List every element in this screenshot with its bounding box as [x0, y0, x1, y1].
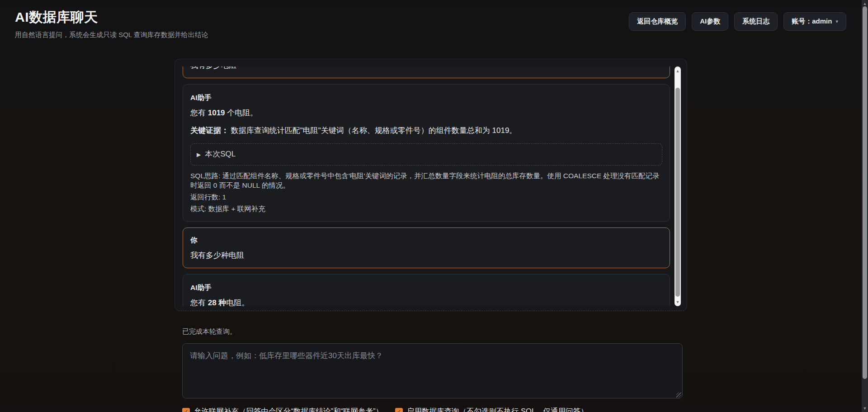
account-menu-button[interactable]: 账号：admin ▾ [783, 12, 846, 31]
evidence-text: 数据库查询统计匹配"电阻"关键词（名称、规格或零件号）的组件数量总和为 1019… [229, 126, 517, 135]
assistant-message: AI助手 您有 1019 个电阻。 关键证据： 数据库查询统计匹配"电阻"关键词… [183, 84, 670, 222]
back-to-warehouse-label: 返回仓库概览 [637, 17, 678, 26]
sql-rowcount-text: 返回行数: 1 [190, 192, 662, 202]
user-message: 我有多少电阻 [183, 66, 670, 78]
page-title: AI数据库聊天 [15, 8, 208, 27]
user-message-text: 我有多少种电阻 [190, 250, 662, 261]
answer-pre: 您有 [190, 109, 208, 117]
app-header: AI数据库聊天 用自然语言提问，系统会生成只读 SQL 查询库存数据并给出结论 … [0, 0, 862, 44]
composer-wrap [182, 336, 683, 400]
user-message-text: 我有多少电阻 [190, 66, 662, 71]
chat-column: 我有多少电阻 AI助手 您有 1019 个电阻。 关键证据： 数据库查询统计匹配… [175, 59, 687, 412]
sql-toggle-label: 本次SQL [205, 150, 236, 158]
user-role-label: 你 [190, 235, 662, 246]
assistant-role-label: AI助手 [190, 92, 662, 103]
answer-strong: 28 种 [208, 298, 226, 306]
assistant-answer: 您有 28 种电阻。 [190, 298, 662, 306]
scroll-down-icon[interactable]: ▼ [675, 298, 681, 306]
assistant-role-label: AI助手 [190, 282, 662, 293]
chat-scrollbar-thumb[interactable] [675, 88, 680, 297]
page-subtitle: 用自然语言提问，系统会生成只读 SQL 查询库存数据并给出结论 [15, 31, 208, 39]
answer-post: 个电阻。 [225, 109, 258, 117]
status-text: 已完成本轮查询。 [182, 327, 679, 336]
evidence-label: 关键证据： [190, 126, 229, 135]
header-actions: 返回仓库概览 AI参数 系统日志 账号：admin ▾ [629, 12, 846, 31]
header-left: AI数据库聊天 用自然语言提问，系统会生成只读 SQL 查询库存数据并给出结论 [15, 8, 208, 39]
answer-pre: 您有 [190, 298, 208, 306]
app-page: AI数据库聊天 用自然语言提问，系统会生成只读 SQL 查询库存数据并给出结论 … [0, 0, 862, 412]
question-input[interactable] [182, 343, 683, 398]
scroll-up-icon[interactable]: ▲ [862, 0, 868, 7]
sql-reasoning-text: SQL思路: 通过匹配组件名称、规格或零件号中包含'电阻'关键词的记录，并汇总数… [190, 171, 662, 190]
scroll-up-icon[interactable]: ▲ [675, 67, 681, 75]
ai-params-label: AI参数 [700, 17, 720, 26]
back-to-warehouse-button[interactable]: 返回仓库概览 [629, 12, 686, 31]
composer-section: 已完成本轮查询。 ✓ 允许联网补充（回答中会区分“数据库结论”和“联网参考”） … [182, 327, 679, 412]
assistant-evidence: 关键证据： 数据库查询统计匹配"电阻"关键词（名称、规格或零件号）的组件数量总和… [190, 125, 662, 136]
answer-post: 电阻。 [226, 298, 249, 306]
system-log-label: 系统日志 [742, 17, 769, 26]
sql-mode-text: 模式: 数据库 + 联网补充 [190, 204, 662, 213]
account-label: 账号：admin [792, 17, 832, 26]
checkbox-checked-icon[interactable]: ✓ [182, 408, 190, 412]
system-log-button[interactable]: 系统日志 [734, 12, 778, 31]
enable-db-query-label: 启用数据库查询（不勾选则不执行 SQL，仅通用问答） [407, 407, 588, 412]
scroll-down-icon[interactable]: ▼ [862, 405, 868, 412]
allow-web-supplement-label: 允许联网补充（回答中会区分“数据库结论”和“联网参考”） [194, 407, 383, 412]
chat-history-card: 我有多少电阻 AI助手 您有 1019 个电阻。 关键证据： 数据库查询统计匹配… [175, 59, 687, 311]
page-scrollbar-thumb[interactable] [863, 6, 867, 379]
allow-web-supplement-option[interactable]: ✓ 允许联网补充（回答中会区分“数据库结论”和“联网参考”） [182, 407, 383, 412]
chat-scrollbar[interactable]: ▲ ▼ [675, 66, 681, 306]
enable-db-query-option[interactable]: ✓ 启用数据库查询（不勾选则不执行 SQL，仅通用问答） [395, 407, 588, 412]
user-message: 你 我有多少种电阻 [183, 227, 670, 268]
page-scrollbar[interactable]: ▲ ▼ [862, 0, 868, 412]
assistant-message: AI助手 您有 28 种电阻。 关键证据： 根据库存数据查询，统计零件号、名称或… [183, 274, 670, 306]
options-row: ✓ 允许联网补充（回答中会区分“数据库结论”和“联网参考”） ✓ 启用数据库查询… [182, 407, 679, 412]
assistant-answer: 您有 1019 个电阻。 [190, 108, 662, 118]
checkbox-checked-icon[interactable]: ✓ [395, 408, 403, 412]
chevron-down-icon: ▾ [835, 19, 838, 24]
chat-scroll-area[interactable]: 我有多少电阻 AI助手 您有 1019 个电阻。 关键证据： 数据库查询统计匹配… [183, 66, 681, 306]
answer-strong: 1019 [208, 109, 225, 117]
sql-details-toggle[interactable]: ▶本次SQL [190, 143, 662, 166]
ai-params-button[interactable]: AI参数 [692, 12, 728, 31]
triangle-right-icon: ▶ [197, 152, 201, 158]
